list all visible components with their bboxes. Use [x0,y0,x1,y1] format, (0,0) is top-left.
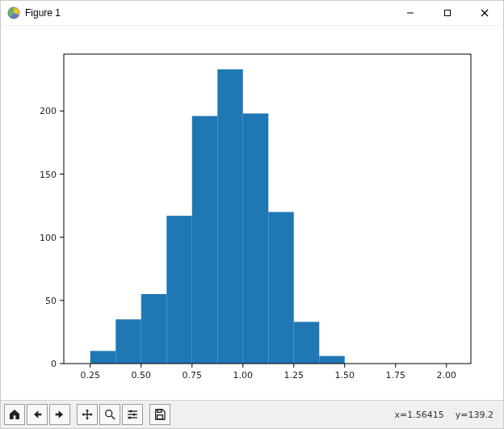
svg-point-5 [106,410,112,417]
x-tick-label: 0.50 [132,370,152,381]
histogram-bar [192,116,218,364]
svg-point-10 [132,413,135,415]
x-tick-label: 0.25 [81,370,101,381]
back-button[interactable] [27,404,48,425]
y-tick-label: 50 [45,296,57,306]
configure-subplots-button[interactable] [122,404,143,425]
histogram-bar [141,294,167,364]
x-tick-label: 0.75 [183,370,203,381]
x-tick-label: 1.50 [335,370,355,381]
histogram-bar [243,113,269,364]
figure-window: Figure 1 0.250.500.751.001.251.501.752.0… [0,0,504,429]
pan-button[interactable] [77,404,98,425]
zoom-button[interactable] [99,404,120,425]
svg-rect-14 [158,415,163,419]
histogram-bar [319,356,345,364]
y-tick-label: 0 [51,359,57,369]
window-title: Figure 1 [25,7,61,19]
svg-line-6 [111,416,115,419]
y-tick-label: 100 [40,233,57,243]
y-tick-label: 150 [40,170,57,180]
y-tick-label: 200 [40,106,57,116]
x-tick-label: 2.00 [437,370,457,381]
histogram-bar [166,216,192,364]
svg-rect-13 [158,410,162,412]
svg-point-8 [129,410,132,412]
maximize-button[interactable] [429,1,466,25]
x-tick-label: 1.25 [284,370,304,381]
svg-point-12 [128,416,131,418]
navigation-toolbar: x=1.56415 y=139.2 [1,400,503,428]
cursor-coordinates: x=1.56415 y=139.2 [395,410,500,420]
histogram-chart: 0.250.500.751.001.251.501.752.0005010015… [1,26,503,402]
close-button[interactable] [466,1,503,25]
histogram-bar [90,351,116,364]
x-tick-label: 1.75 [386,370,406,381]
histogram-bar [116,319,141,364]
minimize-button[interactable] [392,1,429,25]
plot-canvas[interactable]: 0.250.500.751.001.251.501.752.0005010015… [1,26,503,400]
x-tick-label: 1.00 [233,370,254,381]
histogram-bar [268,212,294,364]
title-bar: Figure 1 [1,1,503,26]
histogram-bar [294,322,320,364]
home-button[interactable] [4,404,25,425]
svg-rect-2 [445,11,451,16]
matplotlib-icon [7,6,20,19]
histogram-bar [217,69,243,364]
forward-button[interactable] [49,404,70,425]
save-button[interactable] [149,404,170,425]
